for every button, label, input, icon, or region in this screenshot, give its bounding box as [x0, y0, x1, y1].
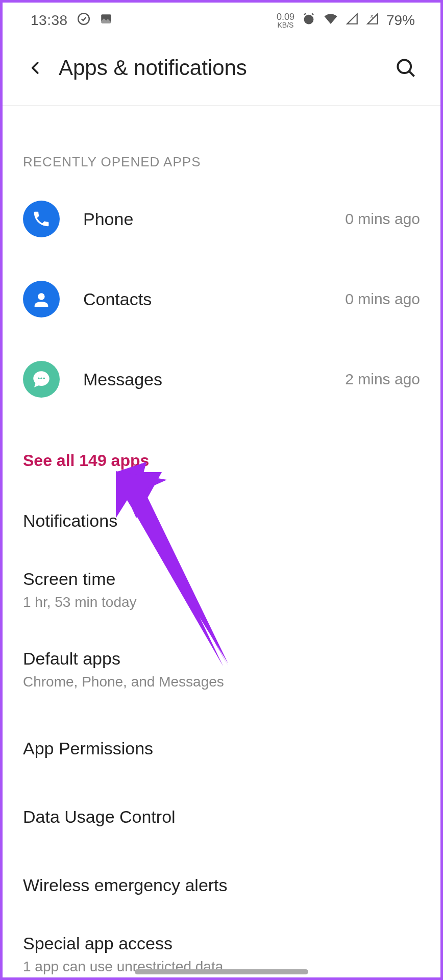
setting-default-apps[interactable]: Default apps Chrome, Phone, and Messages [23, 649, 420, 690]
setting-title: Screen time [23, 569, 420, 589]
setting-app-permissions[interactable]: App Permissions [23, 739, 420, 758]
setting-title: Notifications [23, 511, 420, 531]
app-name: Contacts [83, 289, 345, 309]
wifi-icon [323, 12, 338, 29]
app-time: 2 mins ago [345, 371, 420, 388]
status-left: 13:38 [31, 12, 113, 29]
setting-screen-time[interactable]: Screen time 1 hr, 53 min today [23, 569, 420, 610]
app-name: Messages [83, 370, 345, 389]
setting-notifications[interactable]: Notifications [23, 511, 420, 531]
network-speed: 0.09 KB/S [277, 12, 294, 29]
svg-line-5 [409, 71, 414, 76]
app-time: 0 mins ago [345, 210, 420, 228]
svg-point-4 [398, 60, 411, 73]
search-button[interactable] [391, 54, 420, 82]
setting-data-usage[interactable]: Data Usage Control [23, 807, 420, 827]
image-icon [100, 12, 113, 29]
battery-percent: 79% [386, 12, 415, 29]
app-header: Apps & notifications [3, 38, 440, 106]
contacts-app-icon [23, 281, 60, 317]
recent-app-messages[interactable]: Messages 2 mins ago [23, 361, 420, 398]
status-bar: 13:38 0.09 KB/S x 79% [3, 3, 440, 38]
setting-title: Wireless emergency alerts [23, 875, 420, 895]
see-all-apps-link[interactable]: See all 149 apps [23, 449, 420, 473]
back-button[interactable] [23, 55, 48, 81]
phone-app-icon [23, 201, 60, 237]
checkmark-icon [77, 12, 90, 29]
signal-1-icon [346, 12, 359, 29]
recent-apps-header: RECENTLY OPENED APPS [23, 154, 420, 170]
setting-title: App Permissions [23, 739, 420, 758]
setting-title: Special app access [23, 934, 420, 953]
content: RECENTLY OPENED APPS Phone 0 mins ago Co… [3, 154, 440, 975]
svg-point-6 [38, 293, 44, 300]
alarm-icon [302, 12, 316, 30]
app-name: Phone [83, 209, 345, 229]
setting-title: Data Usage Control [23, 807, 420, 827]
messages-app-icon [23, 361, 60, 398]
setting-subtitle: Chrome, Phone, and Messages [23, 674, 420, 690]
svg-text:x: x [371, 12, 374, 18]
recent-app-phone[interactable]: Phone 0 mins ago [23, 201, 420, 237]
setting-wireless-alerts[interactable]: Wireless emergency alerts [23, 875, 420, 895]
setting-title: Default apps [23, 649, 420, 669]
signal-2-icon: x [366, 12, 379, 29]
svg-point-9 [43, 378, 45, 380]
setting-subtitle: 1 hr, 53 min today [23, 594, 420, 610]
svg-point-0 [78, 13, 89, 24]
svg-point-7 [38, 378, 40, 380]
status-right: 0.09 KB/S x 79% [277, 12, 415, 30]
page-title: Apps & notifications [59, 56, 391, 80]
nav-handle[interactable] [135, 969, 308, 974]
setting-special-access[interactable]: Special app access 1 app can use unrestr… [23, 934, 420, 975]
recent-app-contacts[interactable]: Contacts 0 mins ago [23, 281, 420, 317]
app-time: 0 mins ago [345, 290, 420, 308]
svg-point-2 [304, 14, 314, 24]
status-time: 13:38 [31, 12, 68, 29]
svg-point-8 [40, 378, 42, 380]
